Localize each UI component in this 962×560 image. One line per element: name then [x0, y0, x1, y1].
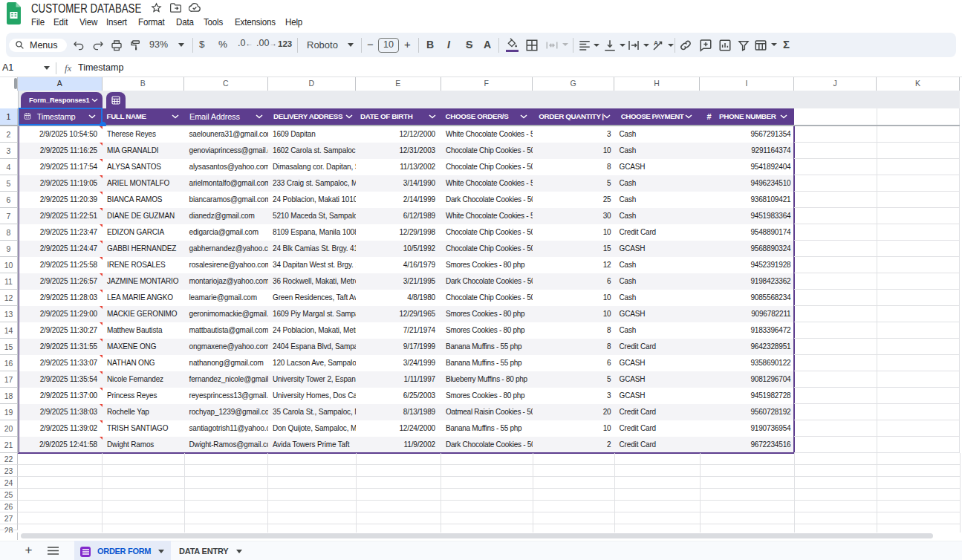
svg-text:A: A: [654, 40, 658, 47]
